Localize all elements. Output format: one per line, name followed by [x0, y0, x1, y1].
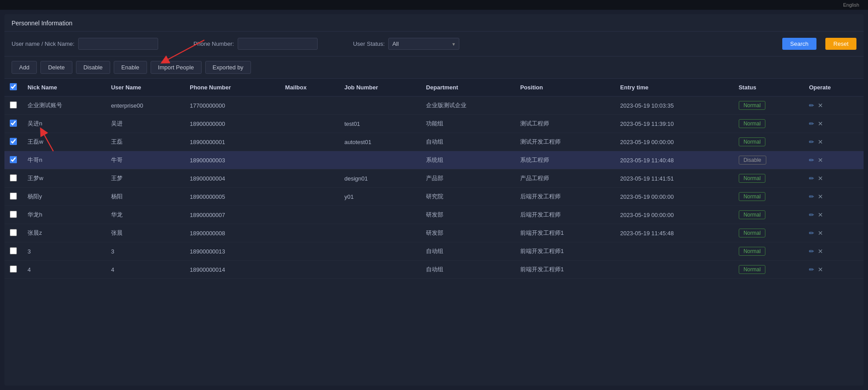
cell-status: Normal [733, 206, 804, 224]
username-label: User name / Nick Name: [12, 40, 75, 47]
cell-phone: 18900000000 [184, 115, 280, 133]
col-entry-time: Entry time [615, 79, 733, 96]
delete-icon[interactable]: ✕ [818, 138, 823, 145]
username-input[interactable] [78, 38, 158, 50]
status-select[interactable]: All Normal Disable [388, 38, 459, 50]
cell-position: 前端开发工程师1 [515, 261, 615, 279]
cell-position: 前端开发工程师1 [515, 242, 615, 261]
row-checkbox[interactable] [10, 174, 17, 181]
col-operate: Operate [804, 79, 864, 96]
row-checkbox[interactable] [10, 247, 17, 254]
cell-department: 功能组 [421, 115, 515, 133]
col-department: Department [421, 79, 515, 96]
row-checkbox-cell [4, 224, 22, 242]
disable-button[interactable]: Disable [76, 61, 110, 74]
edit-icon[interactable]: ✏ [809, 175, 814, 182]
table-row: 王磊w 王磊 18900000001 autotest01 自动组 测试开发工程… [4, 133, 864, 151]
cell-operate: ✏ ✕ [804, 224, 864, 242]
table-row: 牛哥n 牛哥 18900000003 系统组 系统工程师 2023-05-19 … [4, 151, 864, 169]
cell-nick-name: 4 [22, 261, 106, 279]
delete-icon[interactable]: ✕ [818, 102, 823, 109]
row-checkbox[interactable] [10, 120, 17, 127]
delete-icon[interactable]: ✕ [818, 175, 823, 182]
status-badge: Normal [739, 192, 766, 201]
delete-icon[interactable]: ✕ [818, 193, 823, 200]
cell-operate: ✏ ✕ [804, 261, 864, 279]
action-row: Add Delete Disable Enable Import People … [4, 56, 864, 79]
cell-operate: ✏ ✕ [804, 169, 864, 188]
cell-status: Disable [733, 151, 804, 169]
table-row: 吴进n 吴进 18900000000 test01 功能组 测试工程师 2023… [4, 115, 864, 133]
row-checkbox[interactable] [10, 265, 17, 273]
edit-icon[interactable]: ✏ [809, 211, 814, 218]
cell-nick-name: 杨阳y [22, 188, 106, 206]
row-checkbox[interactable] [10, 156, 17, 163]
cell-status: Normal [733, 169, 804, 188]
row-checkbox[interactable] [10, 138, 17, 145]
edit-icon[interactable]: ✏ [809, 138, 814, 145]
cell-operate: ✏ ✕ [804, 206, 864, 224]
edit-icon[interactable]: ✏ [809, 193, 814, 200]
cell-job-number [339, 151, 421, 169]
cell-position: 测试工程师 [515, 115, 615, 133]
delete-button[interactable]: Delete [40, 61, 72, 74]
row-checkbox[interactable] [10, 211, 17, 218]
row-checkbox[interactable] [10, 101, 17, 109]
delete-icon[interactable]: ✕ [818, 248, 823, 255]
exported-by-button[interactable]: Exported by [205, 61, 251, 74]
search-button[interactable]: Search [782, 38, 816, 50]
cell-mailbox [280, 151, 339, 169]
cell-operate: ✏ ✕ [804, 151, 864, 169]
enable-button[interactable]: Enable [114, 61, 147, 74]
edit-icon[interactable]: ✏ [809, 102, 814, 109]
table-row: 张晨z 张晨 18900000008 研发部 前端开发工程师1 2023-05-… [4, 224, 864, 242]
language-label: English [843, 2, 859, 8]
cell-user-name: 牛哥 [106, 151, 184, 169]
select-all-checkbox[interactable] [10, 83, 17, 90]
row-checkbox[interactable] [10, 229, 17, 236]
status-badge: Normal [739, 247, 766, 256]
edit-icon[interactable]: ✏ [809, 266, 814, 273]
cell-user-name: 华龙 [106, 206, 184, 224]
delete-icon[interactable]: ✕ [818, 120, 823, 127]
row-checkbox-cell [4, 206, 22, 224]
row-checkbox[interactable] [10, 193, 17, 200]
filter-row: User name / Nick Name: Phone Number: Use… [4, 32, 864, 56]
reset-button[interactable]: Reset [825, 38, 856, 50]
cell-mailbox [280, 242, 339, 261]
delete-icon[interactable]: ✕ [818, 211, 823, 218]
row-checkbox-cell [4, 261, 22, 279]
cell-department: 自动组 [421, 242, 515, 261]
table-row: 华龙h 华龙 18900000007 研发部 后端开发工程师 2023-05-1… [4, 206, 864, 224]
edit-icon[interactable]: ✏ [809, 229, 814, 237]
cell-mailbox [280, 261, 339, 279]
cell-position [515, 96, 615, 115]
col-user-name: User Name [106, 79, 184, 96]
col-nick-name: Nick Name [22, 79, 106, 96]
row-checkbox-cell [4, 115, 22, 133]
edit-icon[interactable]: ✏ [809, 157, 814, 164]
add-button[interactable]: Add [12, 61, 37, 74]
delete-icon[interactable]: ✕ [818, 266, 823, 273]
phone-input[interactable] [238, 38, 318, 50]
cell-job-number: design01 [339, 169, 421, 188]
cell-nick-name: 企业测试账号 [22, 96, 106, 115]
edit-icon[interactable]: ✏ [809, 120, 814, 127]
cell-nick-name: 王梦w [22, 169, 106, 188]
status-badge: Normal [739, 101, 766, 110]
import-people-button[interactable]: Import People [151, 61, 202, 74]
cell-status: Normal [733, 115, 804, 133]
cell-phone: 18900000004 [184, 169, 280, 188]
cell-mailbox [280, 96, 339, 115]
status-label: User Status: [353, 40, 385, 47]
cell-position: 产品工程师 [515, 169, 615, 188]
cell-job-number: autotest01 [339, 133, 421, 151]
delete-icon[interactable]: ✕ [818, 157, 823, 164]
delete-icon[interactable]: ✕ [818, 229, 823, 237]
cell-user-name: 王梦 [106, 169, 184, 188]
cell-mailbox [280, 169, 339, 188]
col-position: Position [515, 79, 615, 96]
col-mailbox: Mailbox [280, 79, 339, 96]
edit-icon[interactable]: ✏ [809, 248, 814, 255]
cell-position: 测试开发工程师 [515, 133, 615, 151]
